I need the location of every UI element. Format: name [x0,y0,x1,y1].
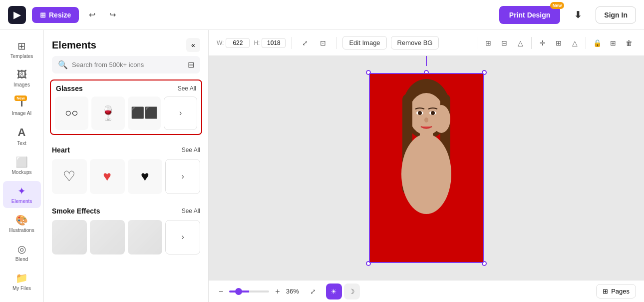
flip-icon-button[interactable]: △ [568,36,582,50]
glasses-see-all-button[interactable]: See All [178,85,196,92]
glasses-more-button[interactable]: › [164,96,197,130]
move-icon: ✛ [540,39,546,47]
heart-red-icon: ♥ [103,168,111,184]
smoke-see-all-button[interactable]: See All [182,208,200,214]
sidebar-item-templates[interactable]: ⊞ Templates [3,36,41,63]
download-button[interactable]: ⬇ [566,6,590,24]
smoke-header: Smoke Effects See All [50,204,202,218]
top-toolbar: ▶ ⊞ Resize ↩ ↪ Print Design New ⬇ Sign I… [0,0,644,30]
resize-button[interactable]: ⊞ Resize [32,7,79,23]
sidebar-item-my-files[interactable]: 📁 My Files [3,268,41,295]
redo-button[interactable]: ↪ [105,8,120,22]
width-input[interactable] [226,38,250,48]
elements-icon: ✦ [17,185,26,197]
sidebar-item-illustrations[interactable]: 🎨 Illustrations [3,210,41,237]
glasses-category-name: Glasses [56,84,83,92]
undo-button[interactable]: ↩ [85,8,99,22]
grid-icon-button[interactable]: ⊞ [481,36,495,50]
delete-icon-button[interactable]: 🗑 [622,36,636,50]
smoke-item-3[interactable] [128,220,163,255]
sidebar: ⊞ Templates 🖼 Images T New Image AI A Te… [0,30,44,302]
chevron-right-icon: › [181,232,184,242]
zoom-slider[interactable] [229,290,269,292]
glasses-item-2[interactable]: 🍷 [91,96,125,130]
canvas-document [369,73,484,263]
heart-more-button[interactable]: › [165,159,200,194]
heart-see-all-button[interactable]: See All [182,146,200,154]
wine-glass-icon: 🍷 [99,105,117,122]
glasses-item-1[interactable]: ○○ [55,96,88,130]
moon-icon: ☽ [348,288,355,296]
search-input[interactable] [72,61,184,68]
my-files-icon: 📁 [15,272,28,284]
smoke-category-name: Smoke Effects [52,207,100,215]
height-input[interactable] [262,38,286,48]
heart-item-black[interactable]: ♥ [128,159,163,194]
canvas-workspace[interactable] [209,56,644,280]
crop-button[interactable]: ⊡ [316,37,330,49]
expand-icon: ⤢ [302,39,308,47]
divider-5 [586,37,586,49]
fit-icon: ⤢ [310,288,316,296]
light-theme-button[interactable]: ☀ [326,284,342,300]
smoke-items-grid: › [50,218,202,257]
remove-bg-button[interactable]: Remove BG [391,36,439,50]
copy-icon-button[interactable]: ⊞ [606,36,620,50]
smoke-item-1[interactable] [52,220,87,255]
heart-header: Heart See All [50,143,202,157]
crop-icon: ⊡ [320,39,326,47]
print-design-button[interactable]: Print Design New [499,6,560,24]
sidebar-item-images[interactable]: 🖼 Images [3,65,41,92]
sidebar-item-text[interactable]: A Text [3,122,41,150]
panel-header: Elements « [44,30,208,56]
pages-button[interactable]: ⊞ Pages [596,284,636,298]
sidebar-item-elements[interactable]: ✦ Elements [3,181,41,208]
width-field: W: [217,38,250,48]
logo[interactable]: ▶ [8,6,26,24]
stack-icon-button[interactable]: ⊞ [552,36,566,50]
illustrations-icon: 🎨 [15,214,28,226]
triangle-icon-button[interactable]: △ [513,36,527,50]
edit-image-button[interactable]: Edit Image [342,36,386,50]
heart-item-red[interactable]: ♥ [90,159,125,194]
expand-button[interactable]: ⤢ [298,37,312,49]
flip-icon: △ [572,39,578,47]
dark-theme-button[interactable]: ☽ [344,284,360,300]
signin-button[interactable]: Sign In [596,6,636,24]
sidebar-item-image-ai[interactable]: T New Image AI [3,94,41,120]
svg-point-10 [431,111,435,115]
sidebar-item-blend[interactable]: ◎ Blend [3,239,41,266]
text-icon: A [18,126,26,139]
layers-icon-button[interactable]: ⊟ [497,36,511,50]
collapse-button[interactable]: « [186,38,200,52]
canvas-tools-right: ⊞ ⊟ △ ✛ ⊞ △ 🔒 ⊞ 🗑 [475,36,636,50]
dark-glasses-icon: ⬛⬛ [131,106,158,120]
search-icon: 🔍 [58,60,68,70]
smoke-item-2[interactable] [90,220,125,255]
panel-content: Glasses See All ○○ 🍷 ⬛⬛ › [44,80,208,302]
filter-icon[interactable]: ⊟ [188,60,194,70]
heart-outline-icon: ♡ [63,168,75,184]
glasses-item-3[interactable]: ⬛⬛ [128,96,161,130]
heart-section: Heart See All ♡ ♥ ♥ › [50,143,202,196]
heart-items-grid: ♡ ♥ ♥ › [50,157,202,196]
height-field: H: [254,38,286,48]
glasses-items-grid: ○○ 🍷 ⬛⬛ › [53,94,199,132]
sidebar-item-mockups[interactable]: ⬜ Mockups [3,152,41,179]
zoom-plus-button[interactable]: + [273,285,282,298]
pages-icon: ⊞ [603,288,608,295]
triangle-icon: △ [518,39,523,47]
guide-line [426,56,427,66]
divider-1 [292,37,292,49]
smoke-effects-section: Smoke Effects See All › [50,204,202,257]
move-icon-button[interactable]: ✛ [536,36,550,50]
canvas-toolbar: W: H: ⤢ ⊡ Edit Image Remove BG ⊞ ⊟ △ [209,30,644,56]
fit-button[interactable]: ⤢ [308,286,318,298]
image-background [370,74,483,262]
grid-icon: ⊞ [485,39,491,47]
smoke-more-button[interactable]: › [165,220,200,255]
zoom-minus-button[interactable]: − [217,285,225,298]
divider-4 [531,37,532,49]
lock-icon-button[interactable]: 🔒 [590,36,604,50]
heart-item-outline[interactable]: ♡ [52,159,87,194]
